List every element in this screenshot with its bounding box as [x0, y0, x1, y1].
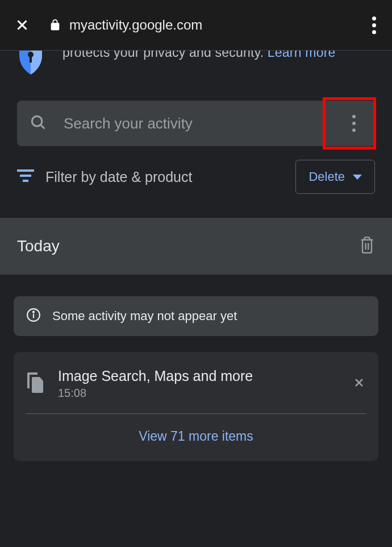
view-more-link[interactable]: View 71 more items	[14, 414, 378, 461]
learn-more-link[interactable]: Learn more	[268, 51, 336, 60]
copy-icon	[26, 371, 45, 396]
search-input[interactable]	[64, 115, 345, 132]
svg-rect-3	[30, 56, 32, 63]
browser-address-bar: myactivity.google.com	[0, 0, 392, 50]
search-bar[interactable]	[17, 101, 375, 146]
info-icon	[26, 308, 41, 325]
lock-icon	[49, 19, 61, 31]
svg-rect-8	[23, 180, 28, 182]
svg-rect-7	[20, 175, 31, 177]
url-text[interactable]: myactivity.google.com	[69, 17, 370, 33]
shield-icon	[17, 51, 44, 71]
delete-button[interactable]: Delete	[295, 160, 375, 194]
activity-time: 15:08	[58, 387, 340, 400]
more-vert-icon[interactable]	[370, 16, 378, 34]
close-icon[interactable]	[352, 376, 366, 392]
svg-point-4	[32, 116, 42, 126]
notice-bar: Some activity may not appear yet	[14, 296, 378, 336]
privacy-banner: protects your privacy and security. Lear…	[0, 51, 392, 82]
activity-card: Image Search, Maps and more 15:08 View 7…	[14, 352, 378, 461]
notice-text: Some activity may not appear yet	[52, 309, 237, 324]
activity-title: Image Search, Maps and more	[58, 368, 340, 384]
svg-line-5	[41, 125, 45, 129]
filter-label[interactable]: Filter by date & product	[45, 169, 284, 185]
chevron-down-icon	[353, 175, 362, 180]
filter-icon[interactable]	[17, 169, 34, 184]
svg-point-13	[33, 312, 34, 313]
search-icon	[30, 114, 47, 133]
close-icon[interactable]	[14, 16, 31, 34]
search-more-icon[interactable]	[345, 115, 362, 132]
activity-item[interactable]: Image Search, Maps and more 15:08	[14, 352, 378, 413]
filter-row: Filter by date & product Delete	[0, 146, 392, 212]
trash-icon[interactable]	[359, 236, 375, 256]
section-title: Today	[17, 237, 60, 255]
today-section-header: Today	[0, 218, 392, 275]
banner-text: protects your privacy and security. Lear…	[62, 51, 335, 71]
svg-rect-6	[17, 169, 34, 172]
